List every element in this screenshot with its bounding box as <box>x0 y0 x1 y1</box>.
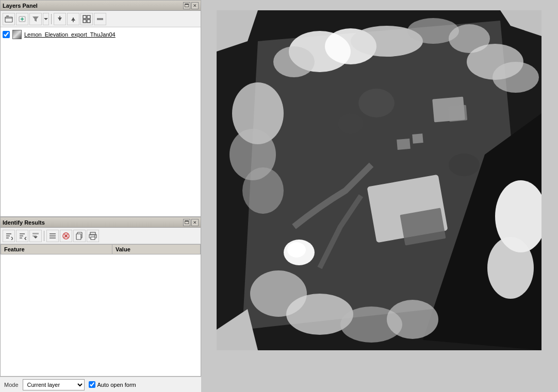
expand-all-button[interactable] <box>80 13 93 25</box>
auto-open-form-checkbox[interactable] <box>89 381 95 388</box>
expand-new-button[interactable] <box>29 230 42 242</box>
identify-results-table: Feature Value <box>1 244 201 376</box>
layer-name: Lemon_Elevation_export_ThuJan04 <box>24 31 116 38</box>
svg-rect-7 <box>83 15 86 19</box>
expand-tree-button[interactable] <box>3 230 15 242</box>
svg-point-54 <box>449 154 480 176</box>
svg-point-56 <box>493 62 539 93</box>
identify-toolbar-separator <box>44 231 44 241</box>
auto-open-form-label: Auto open form <box>97 382 136 388</box>
clear-results-button[interactable] <box>60 230 72 242</box>
identify-panel-restore-btn[interactable]: 🗖 <box>183 219 190 226</box>
copy-results-button[interactable] <box>73 230 86 242</box>
value-column-header: Value <box>112 245 201 254</box>
svg-point-53 <box>338 113 364 134</box>
identify-panel-close-btn[interactable]: ✕ <box>191 219 199 226</box>
svg-rect-21 <box>76 234 81 240</box>
identify-panel: Identify Results 🗖 ✕ <box>0 217 201 377</box>
layers-panel-title: Layers Panel <box>3 3 38 9</box>
status-bar: Mode Current layer Top down All layers A… <box>0 377 201 392</box>
svg-rect-8 <box>87 15 90 19</box>
list-item[interactable]: Lemon_Elevation_export_ThuJan04 <box>1 27 201 42</box>
filter-dropdown-button[interactable] <box>43 13 49 25</box>
elevation-map <box>217 10 541 350</box>
filter-button[interactable] <box>29 13 42 25</box>
layers-toolbar <box>1 11 201 27</box>
add-layer-button[interactable] <box>16 13 28 25</box>
raster-icon <box>12 30 22 39</box>
identify-panel-title: Identify Results <box>3 219 45 226</box>
collapse-all-button[interactable] <box>94 13 106 25</box>
list-view-button[interactable] <box>46 230 59 242</box>
open-layer-button[interactable] <box>3 13 15 25</box>
layers-panel-titlebar: Layers Panel 🗖 ✕ <box>1 1 201 11</box>
svg-rect-48 <box>397 139 411 150</box>
svg-point-32 <box>273 46 315 77</box>
svg-point-51 <box>287 242 306 258</box>
toolbar-separator-1 <box>51 14 52 24</box>
layers-panel: Layers Panel 🗖 ✕ <box>0 0 201 217</box>
map-area[interactable] <box>201 0 558 392</box>
svg-rect-47 <box>448 105 467 122</box>
svg-rect-1 <box>6 15 9 17</box>
auto-open-form-container: Auto open form <box>89 381 136 388</box>
svg-rect-11 <box>97 18 103 20</box>
layers-panel-restore-btn[interactable]: 🗖 <box>183 2 190 9</box>
svg-point-43 <box>487 237 534 299</box>
layers-list: Lemon_Elevation_export_ThuJan04 <box>1 27 201 216</box>
mode-select[interactable]: Current layer Top down All layers <box>23 379 85 390</box>
move-down-button[interactable] <box>54 13 66 25</box>
svg-point-41 <box>387 300 438 339</box>
svg-point-52 <box>358 89 395 117</box>
svg-rect-9 <box>83 20 86 23</box>
svg-point-37 <box>242 167 284 214</box>
svg-rect-10 <box>87 20 90 23</box>
svg-rect-24 <box>91 237 95 240</box>
move-up-button[interactable] <box>67 13 79 25</box>
left-panels: Layers Panel 🗖 ✕ <box>0 0 201 392</box>
feature-column-header: Feature <box>1 245 112 254</box>
layer-type-icon <box>12 29 22 40</box>
identify-toolbar <box>1 228 201 244</box>
svg-rect-49 <box>412 133 423 144</box>
svg-rect-12 <box>32 233 39 234</box>
svg-point-25 <box>94 235 95 236</box>
layers-panel-close-btn[interactable]: ✕ <box>191 2 199 9</box>
identify-panel-titlebar-buttons: 🗖 ✕ <box>183 219 199 226</box>
layers-panel-titlebar-buttons: 🗖 ✕ <box>183 2 199 9</box>
collapse-tree-button[interactable] <box>16 230 28 242</box>
layer-visibility-checkbox[interactable] <box>3 31 10 38</box>
svg-rect-13 <box>32 235 37 236</box>
identify-panel-titlebar: Identify Results 🗖 ✕ <box>1 217 201 228</box>
print-results-button[interactable] <box>87 230 99 242</box>
mode-label: Mode <box>4 382 19 388</box>
